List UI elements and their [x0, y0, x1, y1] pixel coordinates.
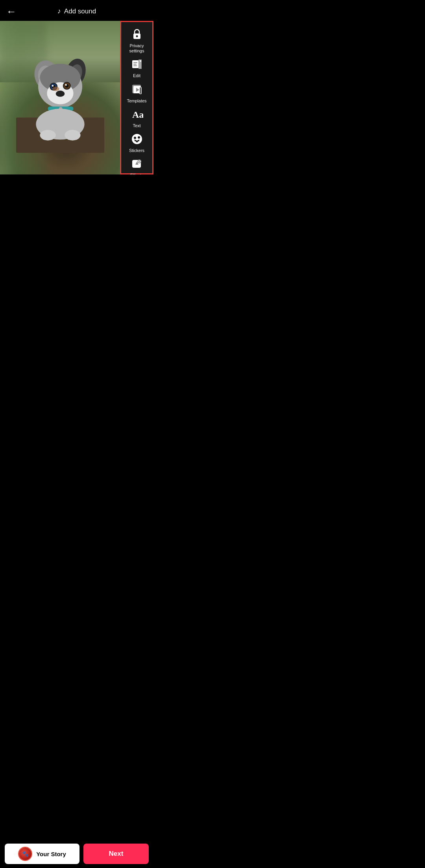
svg-rect-31: [133, 65, 137, 66]
svg-rect-36: [140, 87, 141, 94]
templates-label: Templates: [127, 98, 146, 104]
svg-point-22: [52, 87, 59, 91]
svg-text:Aa: Aa: [132, 109, 143, 120]
templates-icon: [129, 82, 145, 97]
svg-rect-30: [133, 64, 137, 65]
add-sound-label: ♪ Add sound: [57, 7, 96, 15]
edit-icon: [129, 57, 145, 72]
sidebar: Privacy settings Edit: [120, 21, 153, 174]
lock-icon: [129, 27, 145, 42]
text-label: Text: [133, 123, 140, 128]
effects-icon: [129, 156, 145, 171]
sidebar-item-text[interactable]: Aa Text: [122, 105, 152, 130]
effects-label: Effects: [130, 173, 143, 174]
add-sound-text: Add sound: [64, 7, 96, 15]
main-content: Privacy settings Edit: [0, 21, 153, 174]
text-icon: Aa: [129, 107, 145, 122]
back-icon: ←: [6, 6, 17, 17]
svg-point-21: [65, 130, 80, 141]
puppy-svg: [15, 43, 105, 153]
sidebar-item-templates[interactable]: Templates: [122, 80, 152, 105]
back-button[interactable]: ←: [6, 6, 17, 17]
svg-point-40: [138, 136, 140, 139]
svg-point-16: [55, 91, 64, 97]
edit-label: Edit: [133, 73, 140, 78]
sidebar-item-effects[interactable]: Effects: [122, 155, 152, 174]
puppy-image: [0, 21, 120, 174]
svg-point-28: [140, 60, 141, 62]
sidebar-item-stickers[interactable]: Stickers: [122, 130, 152, 155]
svg-point-38: [132, 134, 142, 144]
sidebar-item-edit[interactable]: Edit: [122, 55, 152, 80]
svg-rect-29: [133, 62, 137, 63]
svg-point-11: [52, 85, 53, 87]
svg-point-20: [40, 130, 55, 141]
svg-point-24: [136, 35, 138, 37]
svg-point-15: [65, 84, 67, 85]
video-preview: [0, 21, 120, 174]
music-icon: ♪: [57, 7, 61, 15]
stickers-icon: [129, 132, 145, 147]
stickers-label: Stickers: [129, 148, 144, 153]
below-video-area: [0, 174, 153, 277]
svg-point-39: [134, 137, 136, 139]
privacy-settings-label: Privacy settings: [124, 43, 150, 54]
header: ← ♪ Add sound: [0, 0, 153, 21]
sidebar-item-privacy-settings[interactable]: Privacy settings: [122, 25, 152, 55]
